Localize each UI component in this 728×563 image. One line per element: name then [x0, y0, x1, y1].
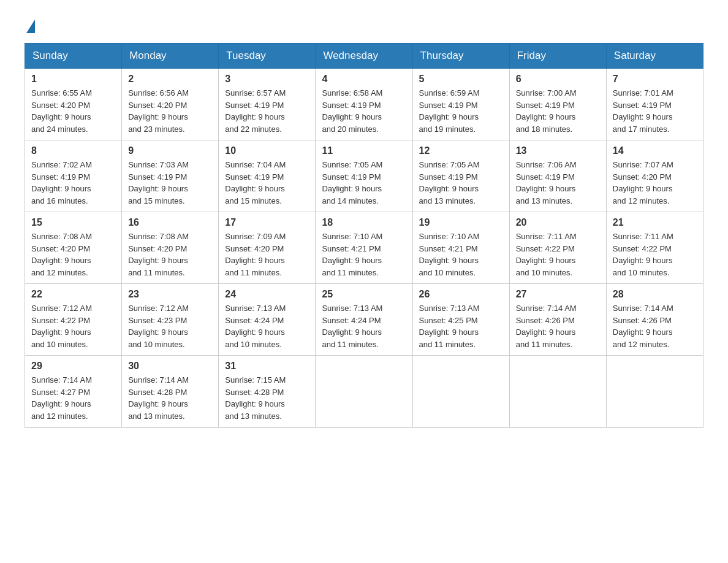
calendar-week-row-1: 1 Sunrise: 6:55 AMSunset: 4:20 PMDayligh… — [25, 69, 703, 140]
day-number: 23 — [128, 289, 212, 300]
day-info: Sunrise: 7:14 AMSunset: 4:27 PMDaylight:… — [31, 374, 115, 422]
day-number: 2 — [128, 74, 212, 85]
day-number: 7 — [613, 74, 697, 85]
day-info: Sunrise: 7:13 AMSunset: 4:24 PMDaylight:… — [225, 302, 309, 350]
calendar-cell: 15 Sunrise: 7:08 AMSunset: 4:20 PMDaylig… — [25, 212, 122, 284]
day-info: Sunrise: 7:15 AMSunset: 4:28 PMDaylight:… — [225, 374, 309, 422]
day-info: Sunrise: 7:02 AMSunset: 4:19 PMDaylight:… — [31, 159, 115, 207]
day-info: Sunrise: 7:08 AMSunset: 4:20 PMDaylight:… — [31, 231, 115, 278]
day-number: 19 — [419, 217, 503, 228]
day-info: Sunrise: 7:14 AMSunset: 4:26 PMDaylight:… — [516, 302, 600, 350]
weekday-header-wednesday: Wednesday — [316, 44, 412, 69]
day-number: 5 — [419, 74, 503, 85]
calendar-cell: 20 Sunrise: 7:11 AMSunset: 4:22 PMDaylig… — [509, 212, 606, 284]
day-number: 10 — [225, 145, 309, 156]
day-info: Sunrise: 7:08 AMSunset: 4:20 PMDaylight:… — [128, 231, 212, 278]
day-number: 15 — [31, 217, 115, 228]
day-info: Sunrise: 7:06 AMSunset: 4:19 PMDaylight:… — [516, 159, 600, 207]
day-number: 29 — [31, 361, 115, 372]
day-number: 13 — [516, 145, 600, 156]
day-number: 26 — [419, 289, 503, 300]
calendar-cell — [606, 356, 703, 427]
day-info: Sunrise: 6:59 AMSunset: 4:19 PMDaylight:… — [419, 87, 503, 135]
day-number: 18 — [322, 217, 406, 228]
calendar-cell — [509, 356, 606, 427]
day-info: Sunrise: 7:13 AMSunset: 4:25 PMDaylight:… — [419, 302, 503, 350]
day-number: 14 — [613, 145, 697, 156]
day-info: Sunrise: 7:11 AMSunset: 4:22 PMDaylight:… — [516, 231, 600, 278]
calendar-cell: 31 Sunrise: 7:15 AMSunset: 4:28 PMDaylig… — [219, 356, 316, 427]
day-info: Sunrise: 6:57 AMSunset: 4:19 PMDaylight:… — [225, 87, 309, 135]
calendar-week-row-3: 15 Sunrise: 7:08 AMSunset: 4:20 PMDaylig… — [25, 212, 703, 284]
day-number: 28 — [613, 289, 697, 300]
calendar-cell: 4 Sunrise: 6:58 AMSunset: 4:19 PMDayligh… — [316, 69, 412, 140]
weekday-header-saturday: Saturday — [606, 44, 703, 69]
calendar-cell: 6 Sunrise: 7:00 AMSunset: 4:19 PMDayligh… — [509, 69, 606, 140]
day-number: 16 — [128, 217, 212, 228]
day-number: 8 — [31, 145, 115, 156]
logo-triangle-icon — [26, 20, 35, 33]
calendar-cell: 9 Sunrise: 7:03 AMSunset: 4:19 PMDayligh… — [122, 140, 219, 212]
day-info: Sunrise: 7:07 AMSunset: 4:20 PMDaylight:… — [613, 159, 697, 207]
day-number: 25 — [322, 289, 406, 300]
calendar-cell: 30 Sunrise: 7:14 AMSunset: 4:28 PMDaylig… — [122, 356, 219, 427]
day-number: 1 — [31, 74, 115, 85]
calendar-cell: 11 Sunrise: 7:05 AMSunset: 4:19 PMDaylig… — [316, 140, 412, 212]
calendar-cell: 25 Sunrise: 7:13 AMSunset: 4:24 PMDaylig… — [316, 284, 412, 356]
day-info: Sunrise: 7:05 AMSunset: 4:19 PMDaylight:… — [419, 159, 503, 207]
calendar-cell: 13 Sunrise: 7:06 AMSunset: 4:19 PMDaylig… — [509, 140, 606, 212]
weekday-header-friday: Friday — [509, 44, 606, 69]
calendar-week-row-2: 8 Sunrise: 7:02 AMSunset: 4:19 PMDayligh… — [25, 140, 703, 212]
calendar-cell: 22 Sunrise: 7:12 AMSunset: 4:22 PMDaylig… — [25, 284, 122, 356]
calendar-cell: 10 Sunrise: 7:04 AMSunset: 4:19 PMDaylig… — [219, 140, 316, 212]
calendar-cell: 17 Sunrise: 7:09 AMSunset: 4:20 PMDaylig… — [219, 212, 316, 284]
day-number: 17 — [225, 217, 309, 228]
day-info: Sunrise: 7:01 AMSunset: 4:19 PMDaylight:… — [613, 87, 697, 135]
day-number: 11 — [322, 145, 406, 156]
day-info: Sunrise: 7:09 AMSunset: 4:20 PMDaylight:… — [225, 231, 309, 278]
calendar-week-row-4: 22 Sunrise: 7:12 AMSunset: 4:22 PMDaylig… — [25, 284, 703, 356]
weekday-header-monday: Monday — [122, 44, 219, 69]
calendar-cell: 19 Sunrise: 7:10 AMSunset: 4:21 PMDaylig… — [412, 212, 509, 284]
logo — [25, 18, 35, 31]
day-info: Sunrise: 7:00 AMSunset: 4:19 PMDaylight:… — [516, 87, 600, 135]
calendar-cell: 14 Sunrise: 7:07 AMSunset: 4:20 PMDaylig… — [606, 140, 703, 212]
calendar-cell: 12 Sunrise: 7:05 AMSunset: 4:19 PMDaylig… — [412, 140, 509, 212]
day-info: Sunrise: 7:14 AMSunset: 4:28 PMDaylight:… — [128, 374, 212, 422]
calendar-cell: 21 Sunrise: 7:11 AMSunset: 4:22 PMDaylig… — [606, 212, 703, 284]
calendar-cell: 23 Sunrise: 7:12 AMSunset: 4:23 PMDaylig… — [122, 284, 219, 356]
calendar-cell: 2 Sunrise: 6:56 AMSunset: 4:20 PMDayligh… — [122, 69, 219, 140]
day-info: Sunrise: 7:12 AMSunset: 4:23 PMDaylight:… — [128, 302, 212, 350]
day-info: Sunrise: 7:04 AMSunset: 4:19 PMDaylight:… — [225, 159, 309, 207]
day-info: Sunrise: 6:58 AMSunset: 4:19 PMDaylight:… — [322, 87, 406, 135]
day-info: Sunrise: 7:14 AMSunset: 4:26 PMDaylight:… — [613, 302, 697, 350]
calendar-cell: 7 Sunrise: 7:01 AMSunset: 4:19 PMDayligh… — [606, 69, 703, 140]
calendar-cell: 27 Sunrise: 7:14 AMSunset: 4:26 PMDaylig… — [509, 284, 606, 356]
calendar-cell: 24 Sunrise: 7:13 AMSunset: 4:24 PMDaylig… — [219, 284, 316, 356]
day-info: Sunrise: 7:05 AMSunset: 4:19 PMDaylight:… — [322, 159, 406, 207]
day-number: 27 — [516, 289, 600, 300]
calendar-cell: 3 Sunrise: 6:57 AMSunset: 4:19 PMDayligh… — [219, 69, 316, 140]
day-number: 6 — [516, 74, 600, 85]
day-number: 24 — [225, 289, 309, 300]
day-number: 4 — [322, 74, 406, 85]
day-number: 31 — [225, 361, 309, 372]
calendar-cell: 16 Sunrise: 7:08 AMSunset: 4:20 PMDaylig… — [122, 212, 219, 284]
calendar-cell: 5 Sunrise: 6:59 AMSunset: 4:19 PMDayligh… — [412, 69, 509, 140]
calendar-cell — [412, 356, 509, 427]
day-number: 30 — [128, 361, 212, 372]
calendar-week-row-5: 29 Sunrise: 7:14 AMSunset: 4:27 PMDaylig… — [25, 356, 703, 427]
day-number: 21 — [613, 217, 697, 228]
day-info: Sunrise: 6:55 AMSunset: 4:20 PMDaylight:… — [31, 87, 115, 135]
day-info: Sunrise: 7:12 AMSunset: 4:22 PMDaylight:… — [31, 302, 115, 350]
calendar-cell: 1 Sunrise: 6:55 AMSunset: 4:20 PMDayligh… — [25, 69, 122, 140]
calendar-table: SundayMondayTuesdayWednesdayThursdayFrid… — [25, 43, 703, 427]
calendar-cell: 28 Sunrise: 7:14 AMSunset: 4:26 PMDaylig… — [606, 284, 703, 356]
calendar-cell: 29 Sunrise: 7:14 AMSunset: 4:27 PMDaylig… — [25, 356, 122, 427]
page-header — [25, 18, 703, 31]
day-info: Sunrise: 6:56 AMSunset: 4:20 PMDaylight:… — [128, 87, 212, 135]
day-info: Sunrise: 7:10 AMSunset: 4:21 PMDaylight:… — [322, 231, 406, 278]
weekday-header-row: SundayMondayTuesdayWednesdayThursdayFrid… — [25, 44, 703, 69]
day-number: 9 — [128, 145, 212, 156]
day-number: 3 — [225, 74, 309, 85]
